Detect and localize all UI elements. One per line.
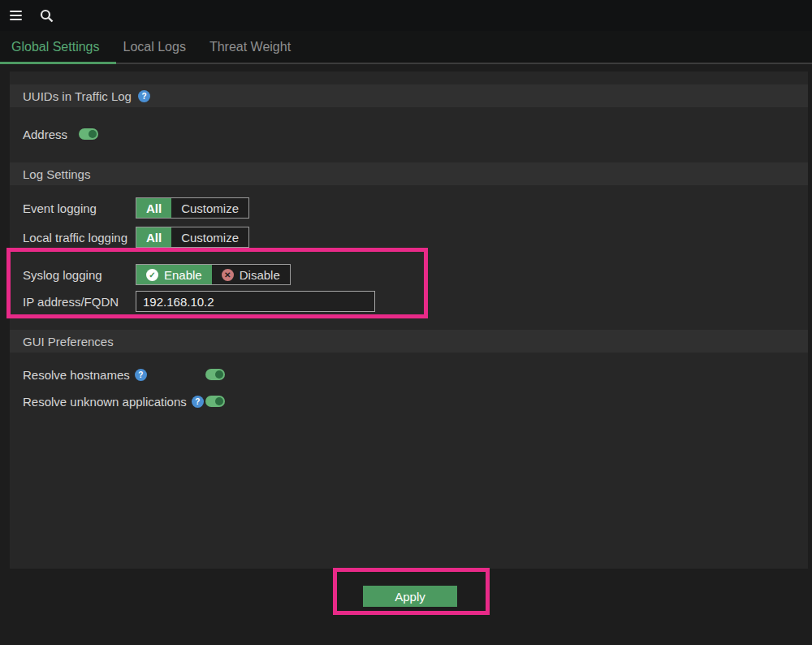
resolve-unknown-applications-label: Resolve unknown applications [23, 395, 187, 409]
ip-address-row: IP address/FQDN [23, 291, 808, 312]
event-logging-segmented-control: All Customize [136, 197, 249, 219]
cross-circle-icon: ✕ [222, 269, 234, 281]
resolve-unknown-applications-row: Resolve unknown applications ? [23, 394, 808, 409]
section-header-uuids: UUIDs in Traffic Log ? [10, 84, 808, 107]
address-toggle[interactable] [79, 128, 98, 140]
section-header-log-settings: Log Settings [10, 162, 808, 185]
local-traffic-segmented-control: All Customize [136, 227, 249, 248]
address-label: Address [23, 128, 67, 141]
resolve-hostnames-toggle[interactable] [205, 369, 225, 380]
local-traffic-logging-row: Local traffic logging All Customize [23, 227, 808, 248]
event-logging-customize-button[interactable]: Customize [171, 198, 248, 218]
resolve-hostnames-row: Resolve hostnames ? [23, 367, 808, 382]
local-traffic-customize-button[interactable]: Customize [171, 227, 248, 247]
active-tab-indicator [0, 62, 116, 64]
section-title-log-settings: Log Settings [23, 167, 90, 181]
ip-address-label: IP address/FQDN [23, 295, 136, 309]
section-title-uuids: UUIDs in Traffic Log [23, 89, 132, 103]
syslog-segmented-control: ✓ Enable ✕ Disable [136, 264, 291, 285]
help-icon[interactable]: ? [192, 396, 204, 408]
resolve-unknown-applications-toggle[interactable] [205, 396, 225, 407]
check-circle-icon: ✓ [146, 269, 158, 281]
tab-global-settings[interactable]: Global Settings [11, 40, 100, 54]
tab-bar: Global Settings Local Logs Threat Weight [0, 31, 812, 64]
settings-panel: UUIDs in Traffic Log ? Address Log Setti… [10, 71, 808, 569]
section-title-gui-preferences: GUI Preferences [23, 335, 114, 348]
help-icon[interactable]: ? [138, 90, 150, 102]
top-navigation-bar [0, 0, 812, 31]
syslog-logging-row: Syslog logging ✓ Enable ✕ Disable [23, 264, 808, 285]
syslog-logging-label: Syslog logging [23, 268, 136, 282]
tab-threat-weight[interactable]: Threat Weight [209, 40, 291, 54]
help-icon[interactable]: ? [135, 369, 147, 381]
event-logging-all-button[interactable]: All [136, 198, 171, 218]
syslog-disable-label: Disable [240, 268, 280, 282]
address-row: Address [23, 127, 808, 141]
event-logging-label: Event logging [23, 201, 136, 215]
resolve-hostnames-label: Resolve hostnames [23, 368, 130, 382]
syslog-disable-button[interactable]: ✕ Disable [212, 265, 290, 284]
apply-button[interactable]: Apply [363, 586, 457, 607]
section-header-gui-preferences: GUI Preferences [10, 330, 808, 353]
tab-local-logs[interactable]: Local Logs [123, 40, 186, 54]
local-traffic-all-button[interactable]: All [136, 227, 171, 247]
menu-icon[interactable] [10, 11, 22, 20]
event-logging-row: Event logging All Customize [23, 197, 808, 219]
search-icon[interactable] [40, 9, 54, 23]
local-traffic-logging-label: Local traffic logging [23, 231, 136, 245]
syslog-enable-button[interactable]: ✓ Enable [136, 265, 212, 284]
ip-address-input[interactable] [136, 291, 375, 312]
syslog-enable-label: Enable [164, 268, 202, 282]
